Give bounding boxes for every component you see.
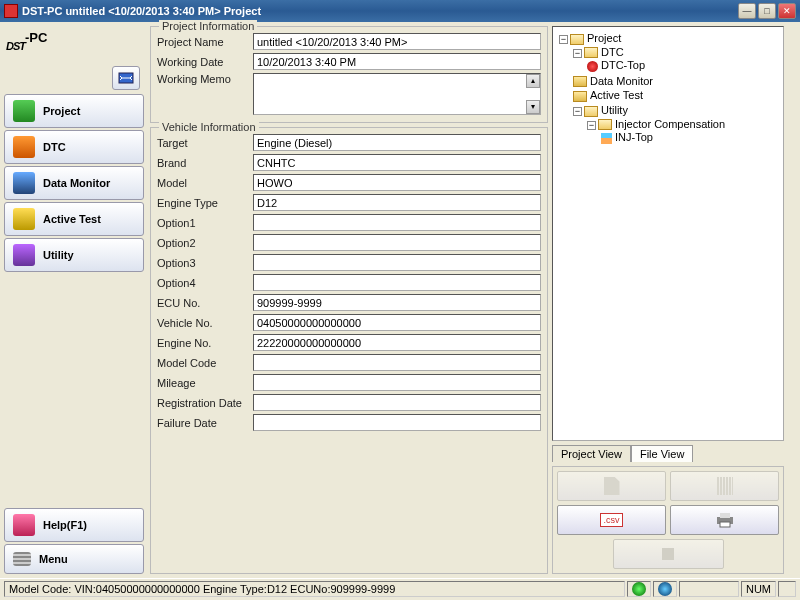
stop-icon <box>662 548 674 560</box>
input-target[interactable] <box>253 134 541 151</box>
tree-item-dtc-top[interactable]: DTC-Top <box>587 58 779 73</box>
scroll-down-icon[interactable]: ▾ <box>526 100 540 114</box>
close-button[interactable]: ✕ <box>778 3 796 19</box>
nav-active-test[interactable]: Active Test <box>4 202 144 236</box>
label-vehicle-no: Vehicle No. <box>157 317 253 329</box>
label-target: Target <box>157 137 253 149</box>
nav-label: DTC <box>43 141 66 153</box>
nav-dtc[interactable]: DTC <box>4 130 144 164</box>
input-ecu-no[interactable] <box>253 294 541 311</box>
app-icon <box>4 4 18 18</box>
collapse-icon[interactable]: − <box>587 121 596 130</box>
nav-data-monitor[interactable]: Data Monitor <box>4 166 144 200</box>
minimize-button[interactable]: — <box>738 3 756 19</box>
folder-icon <box>573 76 587 87</box>
input-reg-date[interactable] <box>253 394 541 411</box>
nav-label: Utility <box>43 249 74 261</box>
status-indicator-2 <box>653 581 677 597</box>
project-info-group: Project Information Project Name Working… <box>150 26 548 123</box>
label-mileage: Mileage <box>157 377 253 389</box>
tool-btn-2[interactable] <box>670 471 779 501</box>
label-ecu-no: ECU No. <box>157 297 253 309</box>
dtc-icon <box>13 136 35 158</box>
nav-utility[interactable]: Utility <box>4 238 144 272</box>
shred-icon <box>717 477 733 495</box>
label-engine-no: Engine No. <box>157 337 253 349</box>
collapse-icon[interactable]: − <box>559 35 568 44</box>
input-option1[interactable] <box>253 214 541 231</box>
tool-btn-5[interactable] <box>613 539 724 569</box>
tree-item-dtc[interactable]: −DTC DTC-Top <box>573 45 779 74</box>
label-option4: Option4 <box>157 277 253 289</box>
project-tree: −Project −DTC DTC-Top Data Monitor Activ… <box>552 26 784 441</box>
label-working-memo: Working Memo <box>157 73 253 85</box>
folder-open-icon <box>584 47 598 58</box>
nav-project[interactable]: Project <box>4 94 144 128</box>
tree-item-data-monitor[interactable]: Data Monitor <box>573 74 779 89</box>
view-tabs: Project View File View <box>552 445 784 462</box>
status-empty <box>679 581 739 597</box>
nav-help[interactable]: Help(F1) <box>4 508 144 542</box>
maximize-button[interactable]: □ <box>758 3 776 19</box>
tree-item-project[interactable]: −Project −DTC DTC-Top Data Monitor Activ… <box>559 31 779 148</box>
input-option2[interactable] <box>253 234 541 251</box>
tool-btn-1[interactable] <box>557 471 666 501</box>
input-working-memo[interactable]: ▴ ▾ <box>253 73 541 115</box>
tab-project-view[interactable]: Project View <box>552 445 631 462</box>
input-working-date[interactable] <box>253 53 541 70</box>
export-csv-button[interactable]: .csv <box>557 505 666 535</box>
input-engine-type[interactable] <box>253 194 541 211</box>
label-option1: Option1 <box>157 217 253 229</box>
input-project-name[interactable] <box>253 33 541 50</box>
tab-file-view[interactable]: File View <box>631 445 693 462</box>
vehicle-info-group: Vehicle Information Target Brand Model E… <box>150 127 548 574</box>
tree-item-injector[interactable]: −Injector Compensation INJ-Top <box>587 117 779 146</box>
input-mileage[interactable] <box>253 374 541 391</box>
svg-rect-3 <box>720 522 730 527</box>
test-icon <box>13 208 35 230</box>
label-option2: Option2 <box>157 237 253 249</box>
collapse-icon[interactable]: − <box>573 49 582 58</box>
input-option3[interactable] <box>253 254 541 271</box>
input-failure-date[interactable] <box>253 414 541 431</box>
label-brand: Brand <box>157 157 253 169</box>
input-model-code[interactable] <box>253 354 541 371</box>
tree-item-active-test[interactable]: Active Test <box>573 88 779 103</box>
scroll-up-icon[interactable]: ▴ <box>526 74 540 88</box>
collapse-icon[interactable]: − <box>573 107 582 116</box>
label-project-name: Project Name <box>157 36 253 48</box>
nav-label: Data Monitor <box>43 177 110 189</box>
label-model: Model <box>157 177 253 189</box>
input-brand[interactable] <box>253 154 541 171</box>
project-icon <box>13 100 35 122</box>
group-legend: Vehicle Information <box>159 121 259 133</box>
status-indicator-1 <box>627 581 651 597</box>
tree-item-utility[interactable]: −Utility −Injector Compensation INJ-Top <box>573 103 779 147</box>
nav-label: Project <box>43 105 80 117</box>
logo: DST-PC <box>4 26 144 64</box>
folder-open-icon <box>584 106 598 117</box>
label-option3: Option3 <box>157 257 253 269</box>
group-legend: Project Information <box>159 20 257 32</box>
folder-open-icon <box>570 34 584 45</box>
nav-menu[interactable]: Menu <box>4 544 144 574</box>
expand-button[interactable] <box>112 66 140 90</box>
sidebar: DST-PC Project DTC Data Monitor Active T… <box>0 22 148 578</box>
label-failure-date: Failure Date <box>157 417 253 429</box>
input-engine-no[interactable] <box>253 334 541 351</box>
status-text: Model Code: VIN:04050000000000000 Engine… <box>4 581 625 597</box>
input-model[interactable] <box>253 174 541 191</box>
statusbar: Model Code: VIN:04050000000000000 Engine… <box>0 578 800 598</box>
print-button[interactable] <box>670 505 779 535</box>
menu-icon <box>13 552 31 566</box>
nav-label: Active Test <box>43 213 101 225</box>
input-vehicle-no[interactable] <box>253 314 541 331</box>
tree-item-inj-top[interactable]: INJ-Top <box>601 130 779 145</box>
label-working-date: Working Date <box>157 56 253 68</box>
dtc-leaf-icon <box>587 61 598 72</box>
csv-icon: .csv <box>600 513 622 527</box>
input-option4[interactable] <box>253 274 541 291</box>
toolbar: .csv <box>552 466 784 574</box>
label-reg-date: Registration Date <box>157 397 253 409</box>
svg-rect-2 <box>720 513 730 518</box>
